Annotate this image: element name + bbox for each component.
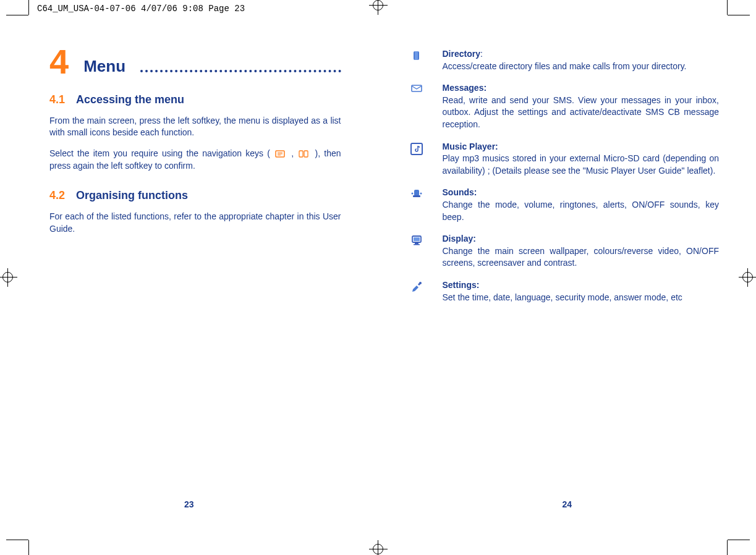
settings-icon — [409, 279, 424, 303]
crop-mark-icon — [727, 0, 728, 15]
music-player-icon — [409, 141, 424, 177]
chapter-title: Menu — [83, 57, 125, 76]
chapter-number: 4 — [49, 48, 69, 76]
crop-mark-icon — [6, 15, 28, 15]
svg-point-9 — [411, 193, 413, 195]
text: : — [480, 49, 483, 59]
page-left: 4 Menu 4.1 Accessing the menu From the m… — [0, 37, 378, 519]
menu-item-music-player: Music Player: Play mp3 musics stored in … — [409, 141, 720, 177]
crop-mark-icon — [728, 15, 750, 15]
menu-item-title: Messages: — [443, 83, 487, 93]
svg-rect-1 — [299, 151, 303, 157]
svg-rect-7 — [414, 190, 419, 196]
sounds-icon — [409, 187, 424, 223]
chapter-dots — [140, 70, 341, 72]
directory-icon — [409, 48, 424, 72]
svg-rect-12 — [414, 237, 420, 241]
section-number: 4.2 — [49, 189, 65, 202]
crop-mark-icon — [727, 540, 728, 555]
nav-left-icon — [275, 150, 286, 158]
menu-item-title: Music Player: — [443, 142, 498, 151]
menu-item-desc: Change the mode, volume, ringtones, aler… — [443, 200, 720, 222]
menu-item-desc: Read, write and send your SMS. View your… — [443, 95, 720, 129]
print-slug: C64_UM_USA-04-07-06 4/07/06 9:08 Page 23 — [37, 4, 245, 14]
chapter-heading: 4 Menu — [49, 48, 341, 76]
menu-item-desc: Play mp3 musics stored in your external … — [443, 153, 720, 176]
registration-mark-icon — [369, 0, 388, 15]
paragraph: Select the item you require using the na… — [49, 148, 341, 172]
section-title: Organising functions — [76, 189, 188, 202]
display-icon — [409, 233, 424, 269]
nav-right-icon — [299, 150, 310, 158]
paragraph: From the main screen, press the left sof… — [49, 115, 341, 139]
section-4-1-heading: 4.1 Accessing the menu — [49, 93, 341, 106]
text: Select the item you require using the na… — [49, 148, 270, 158]
svg-point-10 — [420, 193, 422, 195]
crop-mark-icon — [6, 540, 28, 540]
page-spread: 4 Menu 4.1 Accessing the menu From the m… — [0, 37, 756, 519]
svg-rect-5 — [412, 85, 422, 91]
section-number: 4.1 — [49, 93, 65, 106]
svg-rect-13 — [415, 243, 418, 244]
page-number-left: 23 — [0, 499, 378, 509]
menu-item-desc: Set the time, date, language, security m… — [443, 292, 682, 302]
svg-rect-2 — [304, 151, 308, 157]
text: , — [291, 148, 294, 158]
svg-rect-14 — [414, 244, 420, 245]
menu-item-desc: Change the main screen wallpaper, colour… — [443, 246, 720, 268]
section-title: Accessing the menu — [76, 93, 184, 106]
svg-point-15 — [419, 282, 422, 284]
paragraph: For each of the listed functions, refer … — [49, 211, 341, 235]
menu-item-settings: Settings: Set the time, date, language, … — [409, 279, 720, 303]
menu-item-title: Display: — [443, 234, 476, 244]
crop-mark-icon — [728, 540, 750, 540]
crop-mark-icon — [28, 0, 29, 15]
menu-item-title: Sounds: — [443, 187, 477, 197]
svg-rect-8 — [413, 195, 420, 197]
crop-mark-icon — [28, 540, 29, 555]
menu-item-sounds: Sounds: Change the mode, volume, rington… — [409, 187, 720, 223]
svg-rect-4 — [415, 51, 418, 60]
page-right: Directory: Access/create directory files… — [378, 37, 757, 519]
menu-item-title: Directory — [443, 49, 480, 59]
page-number-right: 24 — [378, 499, 757, 509]
registration-mark-icon — [369, 540, 388, 555]
section-4-2-heading: 4.2 Organising functions — [49, 189, 341, 202]
menu-item-directory: Directory: Access/create directory files… — [409, 48, 720, 72]
messages-icon — [409, 82, 424, 130]
menu-item-messages: Messages: Read, write and send your SMS.… — [409, 82, 720, 130]
menu-item-display: Display: Change the main screen wallpape… — [409, 233, 720, 269]
menu-item-title: Settings: — [443, 280, 480, 290]
menu-item-desc: Access/create directory files and make c… — [443, 61, 687, 71]
